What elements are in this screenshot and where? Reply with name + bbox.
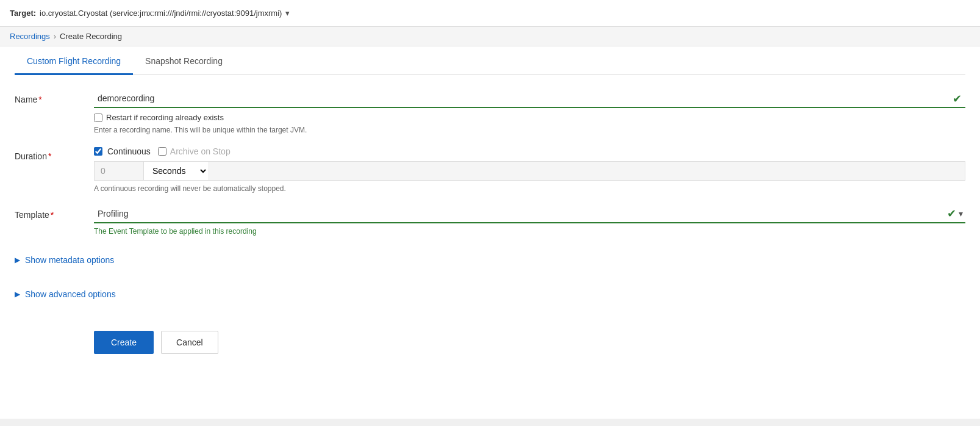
archive-on-stop-checkbox[interactable] xyxy=(158,147,166,156)
duration-input-wrapper: Seconds Minutes Hours xyxy=(94,161,965,181)
duration-input[interactable] xyxy=(95,162,143,179)
target-label: Target: xyxy=(10,9,36,18)
archive-checkbox-row: Archive on Stop xyxy=(158,146,231,156)
tabs: Custom Flight Recording Snapshot Recordi… xyxy=(15,46,965,75)
template-row: Template* Profiling Continuous Default ✔… xyxy=(15,205,965,236)
breadcrumb-recordings-link[interactable]: Recordings xyxy=(10,32,50,41)
cancel-button[interactable]: Cancel xyxy=(161,331,218,354)
template-icons: ✔ ▾ xyxy=(947,207,965,220)
archive-on-stop-label[interactable]: Archive on Stop xyxy=(170,146,231,156)
name-row: Name* ✔ Restart if recording already exi… xyxy=(15,90,965,134)
advanced-expand-arrow: ▶ xyxy=(15,290,20,298)
advanced-options-header[interactable]: ▶ Show advanced options xyxy=(15,282,965,306)
metadata-options-label: Show metadata options xyxy=(25,255,114,265)
template-select-wrapper: Profiling Continuous Default ✔ ▾ xyxy=(94,205,965,223)
duration-unit-select[interactable]: Seconds Minutes Hours xyxy=(143,162,208,180)
metadata-expand-arrow: ▶ xyxy=(15,256,20,264)
breadcrumb-current: Create Recording xyxy=(60,32,122,41)
template-select[interactable]: Profiling Continuous Default xyxy=(94,205,947,222)
template-label: Template* xyxy=(15,205,94,220)
button-row: Create Cancel xyxy=(15,331,965,354)
create-button[interactable]: Create xyxy=(94,331,154,354)
duration-row: Duration* Continuous Archive on Stop Sec… xyxy=(15,146,965,193)
continuous-label[interactable]: Continuous xyxy=(107,146,151,156)
name-input[interactable] xyxy=(94,90,965,108)
restart-checkbox[interactable] xyxy=(94,114,102,122)
template-field: Profiling Continuous Default ✔ ▾ The Eve… xyxy=(94,205,965,236)
metadata-options-header[interactable]: ▶ Show metadata options xyxy=(15,248,965,272)
duration-label: Duration* xyxy=(15,146,94,161)
target-value: io.cryostat.Cryostat (service:jmx:rmi://… xyxy=(40,9,282,18)
top-bar: Target: io.cryostat.Cryostat (service:jm… xyxy=(0,0,980,27)
main-content: Custom Flight Recording Snapshot Recordi… xyxy=(0,46,980,419)
name-label: Name* xyxy=(15,90,94,104)
name-field: ✔ Restart if recording already exists En… xyxy=(94,90,965,134)
template-check-icon: ✔ xyxy=(947,207,956,220)
breadcrumb-separator: › xyxy=(54,32,56,41)
duration-hint: A continuous recording will never be aut… xyxy=(94,184,965,193)
breadcrumb: Recordings › Create Recording xyxy=(0,27,980,46)
template-hint: The Event Template to be applied in this… xyxy=(94,227,965,236)
continuous-checkbox-row: Continuous xyxy=(94,146,151,156)
tab-snapshot-recording[interactable]: Snapshot Recording xyxy=(133,46,235,75)
restart-label[interactable]: Restart if recording already exists xyxy=(106,113,224,122)
name-input-wrapper: ✔ xyxy=(94,90,965,108)
name-check-icon: ✔ xyxy=(953,92,962,106)
continuous-checkbox[interactable] xyxy=(94,147,102,156)
tab-custom-flight-recording[interactable]: Custom Flight Recording xyxy=(15,46,133,75)
duration-controls: Continuous Archive on Stop xyxy=(94,146,965,156)
name-hint: Enter a recording name. This will be uni… xyxy=(94,126,965,134)
restart-checkbox-row: Restart if recording already exists xyxy=(94,113,965,122)
advanced-options-label: Show advanced options xyxy=(25,289,116,299)
advanced-options-section: ▶ Show advanced options xyxy=(15,282,965,306)
duration-field: Continuous Archive on Stop Seconds Minut… xyxy=(94,146,965,193)
target-dropdown-icon[interactable]: ▾ xyxy=(285,9,290,18)
metadata-options-section: ▶ Show metadata options xyxy=(15,248,965,272)
template-dropdown-icon: ▾ xyxy=(959,209,963,218)
